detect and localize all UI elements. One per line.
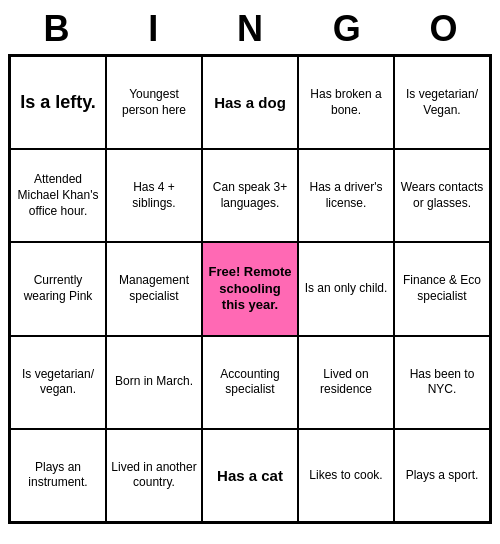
- bingo-cell-20[interactable]: Plays an instrument.: [10, 429, 106, 522]
- bingo-cell-10[interactable]: Currently wearing Pink: [10, 242, 106, 335]
- bingo-cell-7[interactable]: Can speak 3+ languages.: [202, 149, 298, 242]
- bingo-cell-24[interactable]: Plays a sport.: [394, 429, 490, 522]
- bingo-cell-5[interactable]: Attended Michael Khan's office hour.: [10, 149, 106, 242]
- bingo-cell-16[interactable]: Born in March.: [106, 336, 202, 429]
- bingo-cell-23[interactable]: Likes to cook.: [298, 429, 394, 522]
- bingo-cell-14[interactable]: Finance & Eco specialist: [394, 242, 490, 335]
- bingo-cell-0[interactable]: Is a lefty.: [10, 56, 106, 149]
- bingo-cell-3[interactable]: Has broken a bone.: [298, 56, 394, 149]
- bingo-cell-18[interactable]: Lived on residence: [298, 336, 394, 429]
- bingo-cell-19[interactable]: Has been to NYC.: [394, 336, 490, 429]
- bingo-cell-21[interactable]: Lived in another country.: [106, 429, 202, 522]
- bingo-cell-11[interactable]: Management specialist: [106, 242, 202, 335]
- letter-g: G: [303, 8, 391, 50]
- bingo-cell-4[interactable]: Is vegetarian/ Vegan.: [394, 56, 490, 149]
- bingo-cell-2[interactable]: Has a dog: [202, 56, 298, 149]
- letter-b: B: [12, 8, 100, 50]
- bingo-cell-9[interactable]: Wears contacts or glasses.: [394, 149, 490, 242]
- bingo-cell-8[interactable]: Has a driver's license.: [298, 149, 394, 242]
- bingo-cell-17[interactable]: Accounting specialist: [202, 336, 298, 429]
- bingo-cell-12[interactable]: Free! Remote schooling this year.: [202, 242, 298, 335]
- bingo-cell-22[interactable]: Has a cat: [202, 429, 298, 522]
- letter-i: I: [109, 8, 197, 50]
- bingo-header: B I N G O: [8, 8, 492, 50]
- bingo-grid: Is a lefty.Youngest person hereHas a dog…: [8, 54, 492, 524]
- letter-o: O: [400, 8, 488, 50]
- letter-n: N: [206, 8, 294, 50]
- bingo-cell-6[interactable]: Has 4 + siblings.: [106, 149, 202, 242]
- bingo-cell-1[interactable]: Youngest person here: [106, 56, 202, 149]
- bingo-cell-13[interactable]: Is an only child.: [298, 242, 394, 335]
- bingo-cell-15[interactable]: Is vegetarian/ vegan.: [10, 336, 106, 429]
